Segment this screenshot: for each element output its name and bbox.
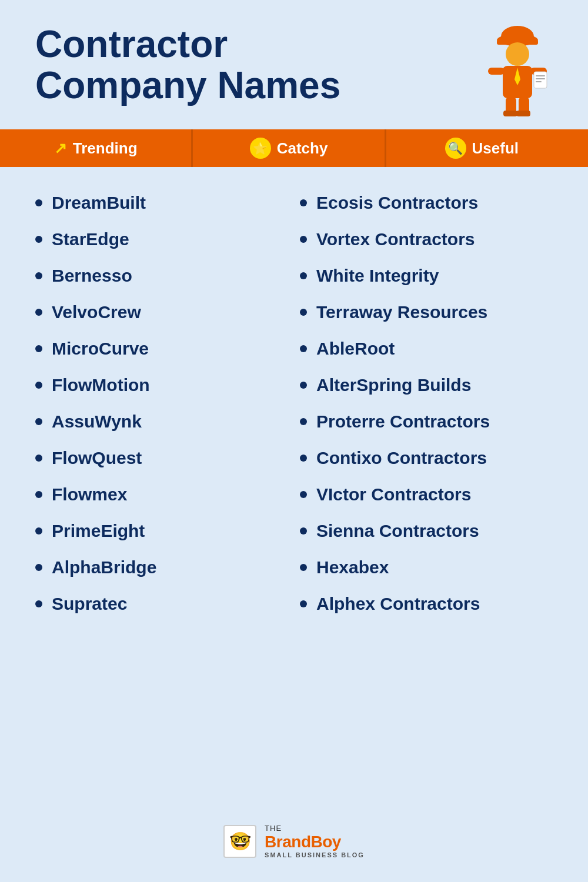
list-item: Flowmex <box>29 476 294 513</box>
list-item: StarEdge <box>29 221 294 258</box>
svg-rect-15 <box>516 111 530 116</box>
page-title: Contractor Company Names <box>35 24 340 106</box>
list-item: Vortex Contractors <box>294 221 559 258</box>
search-icon: 🔍 <box>445 138 466 159</box>
bullet-icon <box>35 418 42 425</box>
bullet-icon <box>35 600 42 607</box>
list-item: Bernesso <box>29 258 294 294</box>
list-item: White Integrity <box>294 258 559 294</box>
company-name: FlowQuest <box>52 448 142 468</box>
svg-rect-8 <box>534 72 547 88</box>
logo-emoji: 🤓 <box>229 831 251 851</box>
bullet-icon <box>300 600 307 607</box>
bullet-icon <box>300 564 307 571</box>
company-name: Vortex Contractors <box>316 229 475 249</box>
footer-the-label: the <box>265 824 282 833</box>
bullet-icon <box>35 199 42 206</box>
list-item: VIctor Contractors <box>294 476 559 513</box>
bullet-icon <box>300 272 307 279</box>
company-name: AbleRoot <box>316 339 395 359</box>
list-item: FlowMotion <box>29 367 294 403</box>
list-item: Hexabex <box>294 549 559 586</box>
bullet-icon <box>35 455 42 462</box>
svg-rect-14 <box>503 111 517 116</box>
bullet-icon <box>300 345 307 352</box>
bullet-icon <box>35 345 42 352</box>
company-name: AlterSpring Builds <box>316 375 471 395</box>
bullet-icon <box>35 236 42 243</box>
bullet-icon <box>300 382 307 389</box>
bullet-icon <box>35 309 42 316</box>
company-name: Bernesso <box>52 266 132 286</box>
list-item: Supratec <box>29 586 294 622</box>
list-item: AbleRoot <box>294 330 559 367</box>
svg-rect-11 <box>536 81 542 82</box>
company-name: Proterre Contractors <box>316 412 490 432</box>
star-icon: ⭐ <box>250 138 271 159</box>
company-name: VelvoCrew <box>52 302 141 322</box>
list-item: Terraway Resources <box>294 294 559 330</box>
footer-brandboy-label: BrandBoy <box>265 833 341 851</box>
company-name: Supratec <box>52 594 127 614</box>
company-name: Ecosis Contractors <box>316 193 478 213</box>
tabs-bar: ↗ Trending ⭐ Catchy 🔍 Useful <box>0 129 588 167</box>
svg-rect-10 <box>536 78 545 79</box>
company-name: PrimeEight <box>52 521 145 541</box>
bullet-icon <box>35 272 42 279</box>
bullet-icon <box>300 236 307 243</box>
company-name: VIctor Contractors <box>316 485 471 505</box>
list-item: VelvoCrew <box>29 294 294 330</box>
bullet-icon <box>35 382 42 389</box>
company-name: DreamBuilt <box>52 193 146 213</box>
side-accent-bar <box>577 129 588 167</box>
list-item: FlowQuest <box>29 440 294 476</box>
company-name: AssuWynk <box>52 412 142 432</box>
trending-icon: ↗ <box>54 139 67 158</box>
company-name: MicroCurve <box>52 339 149 359</box>
company-name: Alphex Contractors <box>316 594 480 614</box>
header: Contractor Company Names <box>0 0 588 129</box>
company-name: Terraway Resources <box>316 302 487 322</box>
footer-brand-text: the BrandBoy SMALL BUSINESS BLOG <box>265 824 365 858</box>
list-item: AlterSpring Builds <box>294 367 559 403</box>
bullet-icon <box>300 199 307 206</box>
svg-rect-6 <box>488 68 505 75</box>
names-right-column: Ecosis Contractors Vortex Contractors Wh… <box>294 185 559 622</box>
tab-trending-label: Trending <box>73 139 138 158</box>
list-item: Sienna Contractors <box>294 513 559 549</box>
list-item: Contixo Contractors <box>294 440 559 476</box>
footer: 🤓 the BrandBoy SMALL BUSINESS BLOG <box>0 806 588 882</box>
names-left-column: DreamBuilt StarEdge Bernesso VelvoCrew M… <box>29 185 294 622</box>
company-name: Sienna Contractors <box>316 521 479 541</box>
tab-useful[interactable]: 🔍 Useful <box>386 129 577 167</box>
bullet-icon <box>35 527 42 534</box>
list-item: AlphaBridge <box>29 549 294 586</box>
tab-trending[interactable]: ↗ Trending <box>0 129 193 167</box>
names-section: DreamBuilt StarEdge Bernesso VelvoCrew M… <box>0 167 588 806</box>
bullet-icon <box>300 527 307 534</box>
list-item: Ecosis Contractors <box>294 185 559 221</box>
list-item: AssuWynk <box>29 403 294 440</box>
bullet-icon <box>300 309 307 316</box>
list-item: Alphex Contractors <box>294 586 559 622</box>
footer-logo: 🤓 <box>223 825 256 858</box>
company-name: StarEdge <box>52 229 129 249</box>
company-name: FlowMotion <box>52 375 150 395</box>
tab-catchy[interactable]: ⭐ Catchy <box>193 129 386 167</box>
contractor-icon <box>482 24 553 118</box>
company-name: Flowmex <box>52 485 127 505</box>
list-item: PrimeEight <box>29 513 294 549</box>
svg-rect-9 <box>536 75 545 76</box>
list-item: DreamBuilt <box>29 185 294 221</box>
bullet-icon <box>35 491 42 498</box>
list-item: Proterre Contractors <box>294 403 559 440</box>
bullet-icon <box>300 418 307 425</box>
company-name: Hexabex <box>316 557 389 577</box>
company-name: White Integrity <box>316 266 439 286</box>
bullet-icon <box>35 564 42 571</box>
bullet-icon <box>300 455 307 462</box>
tab-useful-label: Useful <box>472 139 519 158</box>
company-name: Contixo Contractors <box>316 448 487 468</box>
svg-point-3 <box>506 42 529 66</box>
tab-catchy-label: Catchy <box>277 139 328 158</box>
